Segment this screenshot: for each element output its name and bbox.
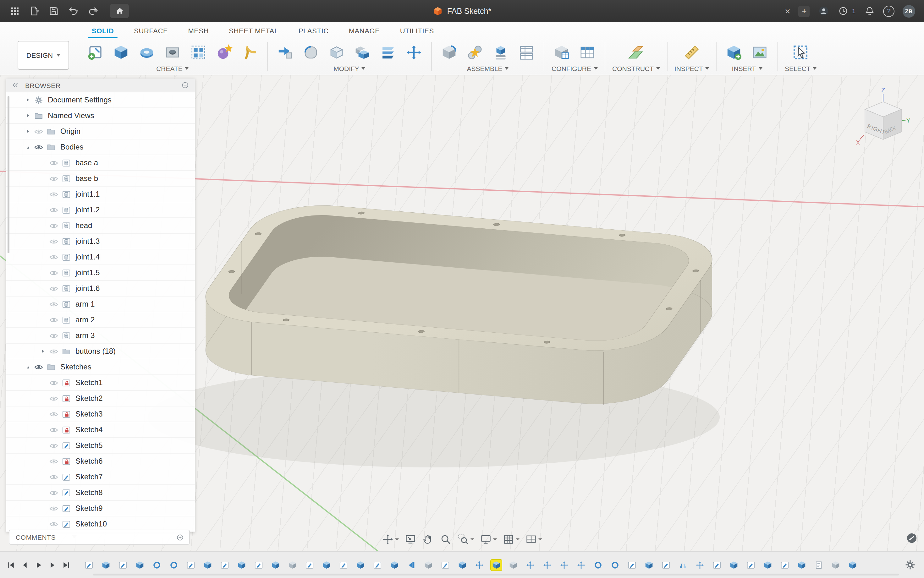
- nav-look-at-icon[interactable]: [405, 533, 416, 546]
- step-back-icon[interactable]: [20, 560, 29, 570]
- timeline-settings-gear-icon[interactable]: [904, 559, 916, 570]
- visibility-eye-icon[interactable]: [47, 174, 60, 183]
- canvas-icon[interactable]: [750, 42, 770, 63]
- timeline-feature-box[interactable]: [287, 560, 298, 570]
- pattern-icon[interactable]: [188, 42, 209, 63]
- expander-icon[interactable]: [23, 362, 32, 371]
- nav-orbit-icon[interactable]: [382, 533, 399, 546]
- revolve-icon[interactable]: [137, 42, 157, 63]
- timeline-feature-sketch[interactable]: [372, 560, 383, 570]
- timeline-feature-sketch[interactable]: [660, 560, 671, 570]
- nav-grid-settings-icon[interactable]: [503, 533, 519, 546]
- tab-mesh[interactable]: MESH: [188, 27, 209, 38]
- add-comment-icon[interactable]: [174, 531, 185, 543]
- nav-zoom-window-icon[interactable]: [457, 533, 474, 546]
- new-component-icon[interactable]: [439, 42, 459, 63]
- nav-viewports-icon[interactable]: [525, 533, 542, 546]
- tab-solid[interactable]: SOLID: [92, 27, 114, 38]
- browser-item-head[interactable]: head: [6, 218, 195, 234]
- browser-item-named-views[interactable]: Named Views: [6, 108, 195, 124]
- timeline-feature-extrude[interactable]: [355, 560, 366, 570]
- timeline-feature-extrude[interactable]: [644, 560, 654, 570]
- group-dropdown-select[interactable]: SELECT: [785, 65, 817, 72]
- browser-item-sketch8[interactable]: Sketch8: [6, 485, 195, 501]
- group-dropdown-create[interactable]: CREATE: [156, 65, 189, 72]
- form-icon[interactable]: [214, 42, 234, 63]
- nav-display-settings-icon[interactable]: [480, 533, 497, 546]
- browser-item-sketch6[interactable]: Sketch6: [6, 454, 195, 469]
- box-primitive-icon[interactable]: [111, 42, 131, 63]
- timeline-feature-extrude[interactable]: [135, 560, 145, 570]
- chevron-down-icon[interactable]: [470, 538, 474, 540]
- chevron-down-icon[interactable]: [538, 538, 542, 540]
- split-icon[interactable]: [378, 42, 399, 63]
- browser-item-arm-2[interactable]: arm 2: [6, 312, 195, 328]
- timeline-feature-extrude[interactable]: [236, 560, 247, 570]
- browser-item-sketch1[interactable]: Sketch1: [6, 375, 195, 391]
- account-avatar-icon[interactable]: [818, 5, 830, 17]
- pipe-icon[interactable]: [239, 42, 260, 63]
- move-icon[interactable]: [403, 42, 424, 63]
- nav-pan-icon[interactable]: [422, 533, 434, 546]
- browser-item-bodies[interactable]: Bodies: [6, 140, 195, 155]
- play-icon[interactable]: [34, 560, 43, 570]
- chevron-down-icon[interactable]: [516, 538, 519, 540]
- comments-bar[interactable]: COMMENTS: [9, 529, 190, 545]
- visibility-eye-icon[interactable]: [47, 268, 60, 278]
- rigid-group-icon[interactable]: [490, 42, 511, 63]
- visibility-eye-icon[interactable]: [47, 409, 60, 419]
- timeline-feature-extrude[interactable]: [763, 560, 773, 570]
- timeline-feature-extrude[interactable]: [491, 560, 502, 570]
- timeline-feature-doc[interactable]: [813, 560, 824, 570]
- measure-icon[interactable]: [682, 42, 702, 63]
- browser-item-joint1-6[interactable]: joint1.6: [6, 281, 195, 297]
- tab-sheet-metal[interactable]: SHEET METAL: [229, 27, 278, 38]
- browser-item-base-a[interactable]: base a: [6, 155, 195, 171]
- press-pull-icon[interactable]: [275, 42, 295, 63]
- workspace-selector[interactable]: DESIGN: [18, 41, 69, 70]
- group-dropdown-modify[interactable]: MODIFY: [333, 65, 366, 72]
- redo-caret-icon[interactable]: [94, 10, 98, 12]
- timeline-feature-sketch[interactable]: [745, 560, 756, 570]
- browser-item-joint1-5[interactable]: joint1.5: [6, 265, 195, 281]
- visibility-eye-icon[interactable]: [47, 315, 60, 325]
- timeline-feature-move[interactable]: [525, 560, 535, 570]
- user-avatar[interactable]: ZB: [903, 5, 915, 17]
- browser-item-sketch7[interactable]: Sketch7: [6, 469, 195, 485]
- go-to-start-icon[interactable]: [6, 560, 16, 570]
- visibility-eye-icon[interactable]: [47, 378, 60, 388]
- browser-item-sketches[interactable]: Sketches: [6, 359, 195, 375]
- nav-zoom-icon[interactable]: [440, 533, 452, 546]
- visibility-eye-icon[interactable]: [47, 440, 60, 450]
- visibility-eye-icon[interactable]: [47, 425, 60, 435]
- timeline-feature-move[interactable]: [474, 560, 485, 570]
- viewcube[interactable]: Z RIGHT BACK Y X: [856, 85, 910, 148]
- timeline-feature-mirror[interactable]: [678, 560, 688, 570]
- timeline-feature-sketch[interactable]: [84, 560, 94, 570]
- browser-item-arm-3[interactable]: arm 3: [6, 328, 195, 344]
- expander-icon[interactable]: [23, 111, 32, 120]
- visibility-eye-icon[interactable]: [47, 487, 60, 498]
- timeline-feature-circle[interactable]: [168, 560, 179, 570]
- group-dropdown-construct[interactable]: CONSTRUCT: [612, 65, 660, 72]
- shell-icon[interactable]: [326, 42, 347, 63]
- close-document-icon[interactable]: ×: [785, 6, 791, 16]
- browser-item-buttons-18-[interactable]: buttons (18): [6, 344, 195, 359]
- visibility-eye-icon[interactable]: [47, 346, 60, 356]
- timeline-feature-sketch[interactable]: [338, 560, 349, 570]
- group-dropdown-configure[interactable]: CONFIGURE: [551, 65, 597, 72]
- expander-icon[interactable]: [38, 347, 47, 356]
- minimize-panel-icon[interactable]: [180, 80, 190, 90]
- undo-caret-icon[interactable]: [75, 10, 78, 12]
- browser-scrollbar[interactable]: [8, 96, 10, 253]
- hole-icon[interactable]: [162, 42, 183, 63]
- timeline-feature-sketch[interactable]: [711, 560, 722, 570]
- browser-item-sketch4[interactable]: Sketch4: [6, 422, 195, 438]
- tab-plastic[interactable]: PLASTIC: [299, 27, 329, 38]
- group-dropdown-assemble[interactable]: ASSEMBLE: [467, 65, 509, 72]
- notifications-bell-icon[interactable]: [864, 5, 875, 17]
- browser-item-joint1-4[interactable]: joint1.4: [6, 249, 195, 265]
- timeline-feature-move[interactable]: [559, 560, 569, 570]
- select-cursor-icon[interactable]: [791, 42, 811, 63]
- expander-icon[interactable]: [23, 143, 32, 151]
